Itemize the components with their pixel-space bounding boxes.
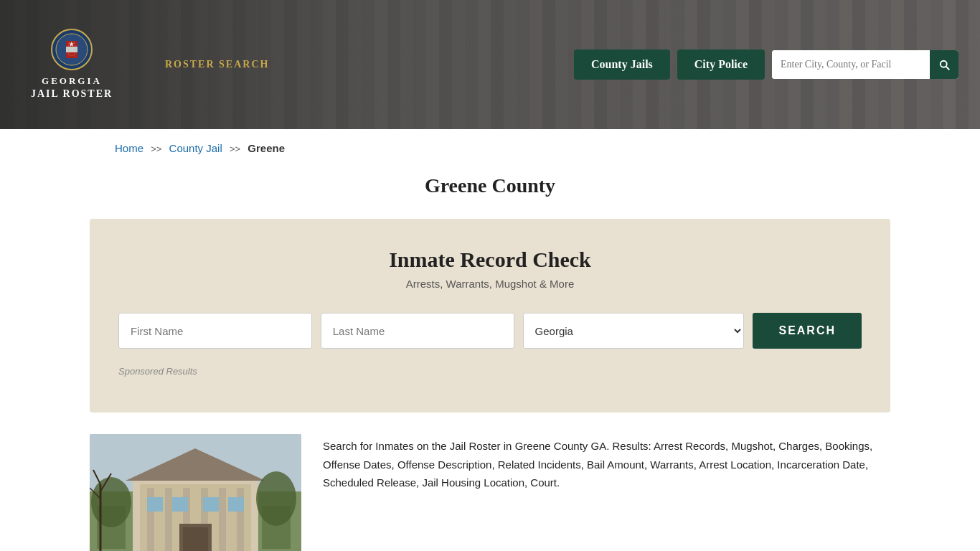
- header-search-button[interactable]: [930, 50, 958, 79]
- first-name-input[interactable]: [118, 313, 312, 349]
- inmate-record-box: Inmate Record Check Arrests, Warrants, M…: [90, 219, 890, 413]
- breadcrumb-current: Greene: [248, 142, 285, 154]
- city-police-button[interactable]: City Police: [677, 50, 765, 80]
- main-nav: ROSTER SEARCH: [165, 59, 269, 70]
- bottom-description: Search for Inmates on the Jail Roster in…: [323, 434, 890, 492]
- svg-rect-13: [165, 488, 172, 551]
- building-illustration: [90, 434, 301, 551]
- svg-point-27: [91, 477, 131, 527]
- header-search-bar: [772, 50, 958, 79]
- svg-rect-4: [66, 47, 77, 52]
- georgia-seal-icon: [50, 28, 93, 71]
- page-title: Greene County: [0, 174, 980, 197]
- search-icon: [938, 58, 951, 71]
- breadcrumb: Home >> County Jail >> Greene: [0, 129, 980, 167]
- site-header: GEORGIA JAIL ROSTER ROSTER SEARCH County…: [0, 0, 980, 129]
- roster-search-link[interactable]: ROSTER SEARCH: [165, 59, 269, 70]
- inmate-record-title: Inmate Record Check: [118, 248, 862, 272]
- building-image: [90, 434, 301, 551]
- svg-rect-20: [147, 497, 163, 512]
- svg-rect-23: [228, 497, 244, 512]
- inmate-search-button[interactable]: SEARCH: [753, 313, 862, 349]
- sponsored-label: Sponsored Results: [118, 366, 862, 377]
- svg-rect-22: [203, 497, 219, 512]
- header-right: County Jails City Police: [574, 50, 958, 80]
- logo-text: GEORGIA JAIL ROSTER: [31, 75, 113, 100]
- bottom-section: Search for Inmates on the Jail Roster in…: [90, 434, 890, 551]
- svg-rect-16: [219, 488, 226, 551]
- breadcrumb-sep-1: >>: [151, 143, 161, 154]
- svg-rect-19: [183, 527, 208, 551]
- state-select[interactable]: AlabamaAlaskaArizonaArkansasCaliforniaCo…: [523, 313, 745, 349]
- last-name-input[interactable]: [321, 313, 514, 349]
- inmate-search-form: AlabamaAlaskaArizonaArkansasCaliforniaCo…: [118, 313, 862, 349]
- page-title-area: Greene County: [0, 167, 980, 219]
- breadcrumb-county-jail[interactable]: County Jail: [169, 142, 222, 154]
- county-jails-button[interactable]: County Jails: [574, 50, 670, 80]
- header-search-input[interactable]: [772, 50, 930, 79]
- svg-point-29: [256, 471, 296, 526]
- breadcrumb-home[interactable]: Home: [115, 142, 143, 154]
- svg-rect-21: [172, 497, 188, 512]
- inmate-record-subtitle: Arrests, Warrants, Mugshot & More: [118, 278, 862, 290]
- breadcrumb-sep-2: >>: [230, 143, 240, 154]
- site-logo: GEORGIA JAIL ROSTER: [22, 28, 122, 100]
